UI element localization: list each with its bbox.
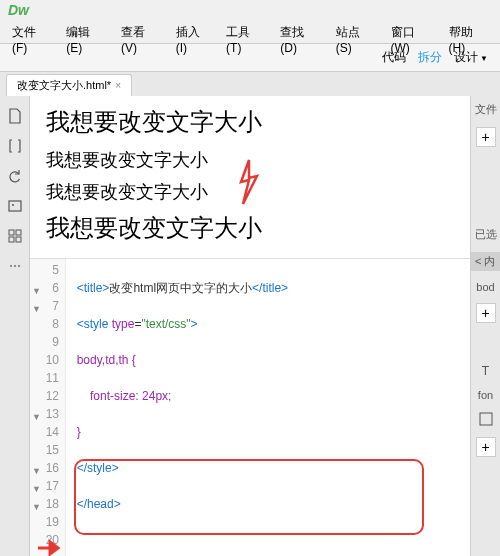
right-panel: 文件 + 已选 < 内 bod + T fon + [470,96,500,556]
menu-tools[interactable]: 工具(T) [218,20,272,43]
panel-icon[interactable] [478,411,494,427]
line-number: 12 [30,387,59,405]
close-icon[interactable]: × [115,80,121,91]
menu-help[interactable]: 帮助(H) [441,20,496,43]
line-number: 5 [30,261,59,279]
lightning-annotation-icon [235,158,263,206]
brackets-icon[interactable] [7,138,23,154]
panel-bod-label: bod [476,281,494,293]
menu-edit[interactable]: 编辑(E) [58,20,113,43]
live-preview: 我想要改变文字大小 我想要改变文字大小 我想要改变文字大小 我想要改变文字大小 [30,96,470,259]
line-number: 19 [30,513,59,531]
panel-item[interactable]: < 内 [471,252,500,271]
menu-find[interactable]: 查找(D) [272,20,327,43]
text-icon[interactable]: T [478,363,494,379]
file-icon[interactable] [7,108,23,124]
preview-text-4: 我想要改变文字大小 [46,212,454,244]
panel-fon-label: fon [478,389,493,401]
main-area: ⋯ 我想要改变文字大小 我想要改变文字大小 我想要改变文字大小 我想要改变文字大… [0,96,500,556]
line-number: ▼13 [30,405,59,423]
svg-rect-4 [9,237,14,242]
view-code-button[interactable]: 代码 [382,49,406,66]
svg-rect-2 [9,230,14,235]
svg-rect-0 [9,201,21,211]
panel-files-label[interactable]: 文件 [475,102,497,117]
add-button[interactable]: + [476,303,496,323]
arrow-annotation-icon [36,538,66,556]
chevron-down-icon: ▼ [480,54,488,63]
line-number: 9 [30,333,59,351]
app-logo: Dw [8,2,29,18]
line-number: 10 [30,351,59,369]
line-number: 14 [30,423,59,441]
preview-text-1: 我想要改变文字大小 [46,106,454,138]
content-area: 我想要改变文字大小 我想要改变文字大小 我想要改变文字大小 我想要改变文字大小 … [30,96,470,556]
add-button[interactable]: + [476,127,496,147]
svg-point-1 [12,204,14,206]
document-tab-bar: 改变文字大小.html* × [0,72,500,96]
line-number: ▼17 [30,477,59,495]
menu-site[interactable]: 站点(S) [328,20,383,43]
view-design-button[interactable]: 设计▼ [454,49,488,66]
svg-rect-3 [16,230,21,235]
line-number: ▼16 [30,459,59,477]
menu-view[interactable]: 查看(V) [113,20,168,43]
image-icon[interactable] [7,198,23,214]
line-number-gutter: 5 ▼6 ▼7 8 9 10 11 12 ▼13 14 15 ▼16 ▼17 ▼… [30,259,66,556]
line-number: 8 [30,315,59,333]
code-editor[interactable]: 5 ▼6 ▼7 8 9 10 11 12 ▼13 14 15 ▼16 ▼17 ▼… [30,259,470,556]
line-number: ▼7 [30,297,59,315]
title-bar: Dw [0,0,500,20]
left-toolbar: ⋯ [0,96,30,556]
line-number: 11 [30,369,59,387]
panel-selected-label: 已选 [475,227,497,242]
menu-insert[interactable]: 插入(I) [168,20,218,43]
menu-bar: 文件(F) 编辑(E) 查看(V) 插入(I) 工具(T) 查找(D) 站点(S… [0,20,500,44]
line-number: ▼18 [30,495,59,513]
add-button[interactable]: + [476,437,496,457]
menu-window[interactable]: 窗口(W) [383,20,441,43]
view-split-button[interactable]: 拆分 [418,49,442,66]
document-tab[interactable]: 改变文字大小.html* × [6,74,132,96]
grid-icon[interactable] [7,228,23,244]
line-number: ▼6 [30,279,59,297]
svg-rect-5 [16,237,21,242]
svg-rect-6 [480,413,492,425]
line-number: 15 [30,441,59,459]
code-text[interactable]: <title>改变html网页中文字的大小</title> <style typ… [66,259,470,556]
refresh-icon[interactable] [7,168,23,184]
menu-file[interactable]: 文件(F) [4,20,58,43]
more-icon[interactable]: ⋯ [7,258,23,274]
tab-label: 改变文字大小.html* [17,78,111,93]
